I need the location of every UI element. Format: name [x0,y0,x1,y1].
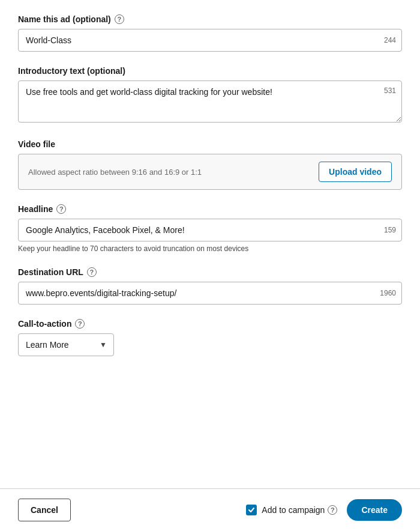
headline-label: Headline ? [18,204,402,214]
headline-label-text: Headline [18,204,53,214]
destination-url-char-count: 1960 [380,289,396,297]
destination-url-section: Destination URL ? 1960 [18,267,402,305]
video-file-label-text: Video file [18,139,55,149]
headline-help-icon[interactable]: ? [56,204,66,214]
add-campaign-label-text: Add to campaign [262,505,325,515]
intro-text-input[interactable]: Use free tools and get world-class digit… [18,80,402,123]
headline-input-wrapper: 159 [18,219,402,241]
destination-url-help-icon[interactable]: ? [87,267,97,277]
upload-video-button[interactable]: Upload video [319,162,392,182]
cta-select-wrapper: Learn More Sign Up Register Download Get… [18,333,114,356]
form-container: Name this ad (optional) ? 244 Introducto… [0,0,420,419]
bottom-spacer [18,371,402,419]
cta-select[interactable]: Learn More Sign Up Register Download Get… [18,333,114,356]
intro-text-wrapper: Use free tools and get world-class digit… [18,80,402,125]
destination-url-label: Destination URL ? [18,267,402,277]
checkmark-icon [248,506,255,514]
intro-text-label-text: Introductory text (optional) [18,66,125,76]
cta-section: Call-to-action ? Learn More Sign Up Regi… [18,319,402,356]
intro-text-section: Introductory text (optional) Use free to… [18,66,402,125]
destination-url-input-wrapper: 1960 [18,282,402,305]
footer-bar: Cancel Add to campaign ? Create [0,488,420,531]
ad-name-input[interactable] [18,29,402,52]
headline-char-count: 159 [384,226,396,234]
ad-name-char-count: 244 [384,36,396,44]
headline-hint-text: Keep your headline to 70 characters to a… [18,244,402,253]
video-file-label: Video file [18,139,402,149]
ad-name-section: Name this ad (optional) ? 244 [18,14,402,52]
footer-right: Add to campaign ? Create [246,499,402,521]
add-campaign-help-icon[interactable]: ? [328,505,337,515]
video-file-box: Allowed aspect ratio between 9:16 and 16… [18,154,402,190]
cta-help-icon[interactable]: ? [75,319,85,329]
cancel-button[interactable]: Cancel [18,499,71,521]
cta-label-text: Call-to-action [18,319,71,329]
ad-name-help-icon[interactable]: ? [115,14,124,24]
intro-text-char-count: 531 [384,86,396,95]
create-button[interactable]: Create [347,499,402,521]
add-campaign-label: Add to campaign ? [262,505,337,515]
add-to-campaign-checkbox[interactable] [246,505,257,515]
cta-label: Call-to-action ? [18,319,402,329]
intro-text-label: Introductory text (optional) [18,66,402,76]
destination-url-label-text: Destination URL [18,267,83,277]
headline-input[interactable] [18,219,402,241]
ad-name-label-text: Name this ad (optional) [18,14,111,24]
ad-name-input-wrapper: 244 [18,29,402,52]
video-file-section: Video file Allowed aspect ratio between … [18,139,402,190]
headline-section: Headline ? 159 Keep your headline to 70 … [18,204,402,253]
destination-url-input[interactable] [18,282,402,305]
ad-name-label: Name this ad (optional) ? [18,14,402,24]
video-hint-text: Allowed aspect ratio between 9:16 and 16… [28,168,202,177]
add-campaign-wrapper: Add to campaign ? [246,505,337,515]
